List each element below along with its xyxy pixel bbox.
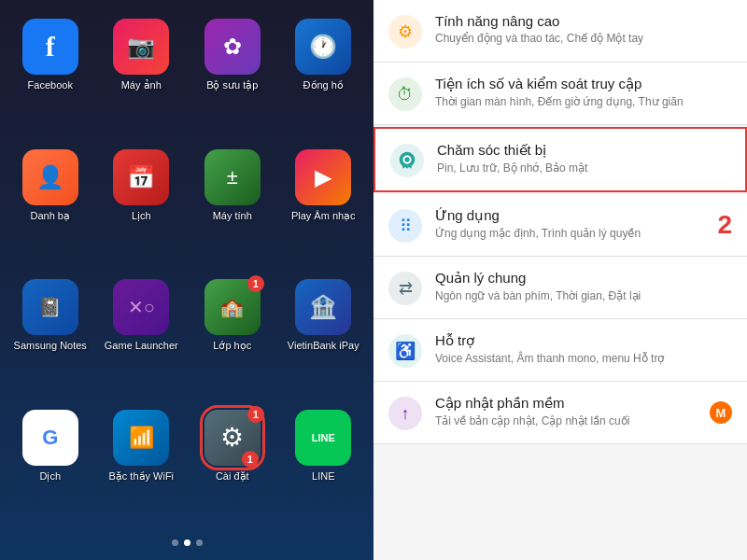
app-icon-line: LINE [295, 410, 351, 466]
settings-icon-digital-wellbeing: ⏱ [388, 77, 422, 111]
settings-badge-apps: 2 [717, 210, 732, 240]
settings-item-digital-wellbeing[interactable]: ⏱Tiện ích số và kiểm soát truy cậpThời g… [374, 63, 747, 125]
app-icon-music: ▶ [295, 149, 351, 205]
settings-icon-general-management: ⇄ [388, 272, 422, 305]
dot-0 [172, 539, 178, 546]
settings-icon-advanced-features: ⚙ [388, 15, 422, 49]
app-icon-camera: 📷 [113, 19, 169, 75]
app-item-camera[interactable]: 📷Máy ảnh [101, 19, 183, 140]
app-label-wifi-master: Bặc thầy WiFi [108, 470, 174, 483]
phone-screen: fFacebook📷Máy ảnh✿Bộ sưu tập🕐Đồng hồ👤Dan… [0, 0, 374, 560]
app-icon-settings: ⚙11 [204, 410, 261, 466]
settings-item-general-management[interactable]: ⇄Quản lý chungNgôn ngữ và bàn phím, Thời… [374, 257, 747, 319]
app-icon-classroom: 🏫1 [204, 279, 261, 335]
app-label-line: LINE [312, 470, 334, 483]
settings-title-digital-wellbeing: Tiện ích số và kiểm soát truy cập [435, 76, 732, 92]
app-item-calculator[interactable]: ±Máy tính [191, 149, 274, 271]
app-icon-clock: 🕐 [295, 19, 351, 75]
settings-item-accessibility[interactable]: ♿Hỗ trợVoice Assistant, Âm thanh mono, m… [374, 319, 747, 382]
settings-badge-m-software-update: M [710, 401, 732, 424]
settings-subtitle-advanced-features: Chuyển động và thao tác, Chế độ Một tay [435, 32, 732, 47]
app-badge-settings: 1 [247, 406, 264, 423]
app-item-gallery[interactable]: ✿Bộ sưu tập [191, 19, 274, 140]
settings-text-accessibility: Hỗ trợVoice Assistant, Âm thanh mono, me… [435, 332, 732, 367]
dot-1 [184, 539, 190, 546]
app-item-samsung-notes[interactable]: 📓Samsung Notes [9, 279, 92, 400]
settings-icon-device-care [390, 144, 424, 177]
app-item-contacts[interactable]: 👤Danh bạ [9, 149, 92, 271]
app-item-google-translate[interactable]: GDịch [9, 410, 92, 531]
app-icon-facebook: f [22, 19, 78, 75]
app-badge-classroom: 1 [247, 275, 264, 292]
app-item-wifi-master[interactable]: 📶Bặc thầy WiFi [101, 410, 183, 531]
app-item-game-launcher[interactable]: ✕○Game Launcher [101, 279, 183, 400]
app-label-vietinbank: VietinBank iPay [288, 340, 359, 352]
app-item-settings[interactable]: ⚙11Cài đặt [191, 410, 274, 531]
settings-item-device-care[interactable]: Chăm sóc thiết bịPin, Lưu trữ, Bộ nhớ, B… [374, 127, 747, 192]
app-label-music: Play Âm nhạc [291, 210, 356, 222]
settings-title-apps: Ứng dụng [435, 207, 704, 224]
app-item-music[interactable]: ▶Play Âm nhạc [283, 149, 365, 271]
app-icon-vietinbank: 🏦 [295, 279, 351, 335]
settings-title-accessibility: Hỗ trợ [435, 332, 732, 349]
settings-panel: ⚙Tính năng nâng caoChuyển động và thao t… [374, 0, 747, 560]
settings-subtitle-apps: Ứng dụng mặc định, Trình quản lý quyền [435, 227, 704, 242]
app-label-settings: Cài đặt [216, 470, 249, 483]
settings-text-software-update: Cập nhật phần mềmTải về bản cập nhật, Cậ… [435, 395, 697, 429]
dots-indicator [172, 539, 203, 546]
app-label-camera: Máy ảnh [121, 79, 162, 91]
app-icon-calculator: ± [204, 149, 261, 205]
settings-title-advanced-features: Tính năng nâng cao [435, 13, 732, 29]
app-icon-calendar: 📅 [113, 149, 169, 205]
app-label-classroom: Lớp học [213, 340, 251, 352]
app-label-contacts: Danh bạ [31, 210, 70, 222]
app-item-calendar[interactable]: 📅Lịch [101, 149, 183, 271]
app-label-samsung-notes: Samsung Notes [14, 340, 87, 352]
app-icon-gallery: ✿ [204, 19, 261, 75]
step-1-label: 1 [242, 451, 259, 468]
settings-subtitle-general-management: Ngôn ngữ và bàn phím, Thời gian, Đặt lại [435, 289, 732, 304]
app-label-google-translate: Dịch [39, 470, 61, 483]
app-icon-wifi-master: 📶 [113, 410, 169, 466]
app-icon-samsung-notes: 📓 [22, 279, 78, 335]
settings-subtitle-device-care: Pin, Lưu trữ, Bộ nhớ, Bảo mật [437, 161, 730, 176]
app-label-facebook: Facebook [28, 79, 73, 91]
app-item-line[interactable]: LINELINE [283, 410, 365, 531]
settings-text-advanced-features: Tính năng nâng caoChuyển động và thao tá… [435, 13, 732, 47]
settings-subtitle-accessibility: Voice Assistant, Âm thanh mono, menu Hỗ … [435, 352, 732, 367]
app-label-gallery: Bộ sưu tập [206, 79, 258, 91]
settings-text-apps: Ứng dụngỨng dụng mặc định, Trình quản lý… [435, 207, 704, 242]
settings-item-advanced-features[interactable]: ⚙Tính năng nâng caoChuyển động và thao t… [374, 0, 747, 63]
app-grid: fFacebook📷Máy ảnh✿Bộ sưu tập🕐Đồng hồ👤Dan… [0, 0, 374, 539]
app-label-game-launcher: Game Launcher [105, 340, 178, 352]
app-item-clock[interactable]: 🕐Đồng hồ [283, 19, 365, 140]
app-icon-game-launcher: ✕○ [113, 279, 169, 335]
dot-2 [196, 539, 203, 546]
settings-title-device-care: Chăm sóc thiết bị [437, 142, 730, 159]
app-label-calendar: Lịch [132, 210, 151, 222]
app-icon-contacts: 👤 [22, 149, 78, 205]
app-item-classroom[interactable]: 🏫1Lớp học [191, 279, 274, 400]
app-label-calculator: Máy tính [213, 210, 252, 222]
settings-text-digital-wellbeing: Tiện ích số và kiểm soát truy cậpThời gi… [435, 76, 732, 110]
settings-title-software-update: Cập nhật phần mềm [435, 395, 697, 412]
settings-item-apps[interactable]: ⠿Ứng dụngỨng dụng mặc định, Trình quản l… [374, 194, 747, 257]
settings-text-general-management: Quản lý chungNgôn ngữ và bàn phím, Thời … [435, 270, 732, 304]
app-label-clock: Đồng hồ [303, 79, 344, 91]
settings-icon-accessibility: ♿ [388, 334, 422, 368]
settings-subtitle-software-update: Tải về bản cập nhật, Cập nhật lần cuối [435, 414, 697, 429]
settings-text-device-care: Chăm sóc thiết bịPin, Lưu trữ, Bộ nhớ, B… [437, 142, 730, 176]
app-icon-google-translate: G [22, 410, 78, 466]
settings-item-software-update[interactable]: ↑Cập nhật phần mềmTải về bản cập nhật, C… [374, 382, 747, 444]
settings-subtitle-digital-wellbeing: Thời gian màn hình, Đếm giờ ứng dụng, Th… [435, 95, 732, 110]
app-item-facebook[interactable]: fFacebook [9, 19, 92, 140]
settings-icon-software-update: ↑ [388, 397, 422, 430]
app-item-vietinbank[interactable]: 🏦VietinBank iPay [283, 279, 365, 400]
settings-title-general-management: Quản lý chung [435, 270, 732, 287]
settings-icon-apps: ⠿ [388, 209, 422, 243]
